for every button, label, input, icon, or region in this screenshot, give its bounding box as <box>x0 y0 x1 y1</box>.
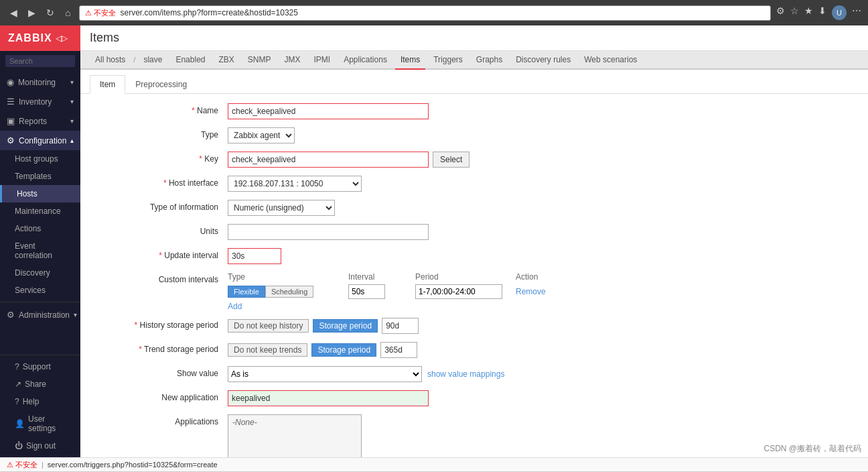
tab-enabled[interactable]: Enabled <box>170 51 210 70</box>
custom-intervals-label: Custom intervals <box>94 272 228 284</box>
history-period-input[interactable] <box>382 318 419 334</box>
tab-discovery-rules[interactable]: Discovery rules <box>510 51 576 70</box>
sidebar-sub-label: Hosts <box>17 189 38 198</box>
tab-all-hosts[interactable]: All hosts <box>90 51 131 70</box>
sidebar-item-user-settings[interactable]: 👤 User settings <box>0 410 80 437</box>
trend-row: Trend storage period Do not keep trends … <box>94 342 855 359</box>
sidebar-item-host-groups[interactable]: Host groups <box>0 150 80 168</box>
reload-button[interactable]: ↻ <box>43 6 58 19</box>
new-application-label: New application <box>94 390 228 402</box>
host-interface-select[interactable]: 192.168.207.131 : 10050 <box>228 176 362 192</box>
form-tab-item[interactable]: Item <box>90 75 125 94</box>
ci-interval-header: Interval <box>348 272 415 282</box>
new-application-input[interactable] <box>228 390 429 406</box>
ci-scheduling-btn[interactable]: Scheduling <box>265 286 313 298</box>
key-row: Key Select <box>94 152 855 169</box>
tab-separator: / <box>133 56 135 64</box>
tab-jmx[interactable]: JMX <box>279 51 306 70</box>
sidebar-sub-label: User settings <box>28 414 74 433</box>
select-button[interactable]: Select <box>433 152 469 168</box>
sidebar-sub-label: Event correlation <box>15 241 74 260</box>
trend-no-keep-btn[interactable]: Do not keep trends <box>228 343 307 357</box>
sidebar-item-services[interactable]: Services <box>0 282 80 299</box>
form-tab-preprocessing[interactable]: Preprocessing <box>125 75 197 93</box>
ci-flexible-btn[interactable]: Flexible <box>228 286 265 298</box>
key-input[interactable] <box>228 152 429 168</box>
status-security: ⚠ 不安全 <box>7 460 38 470</box>
sidebar-item-label: Configuration <box>19 136 66 145</box>
tab-zbx[interactable]: ZBX <box>213 51 239 70</box>
update-interval-row: Update interval <box>94 248 855 266</box>
sidebar-item-configuration[interactable]: ⚙ Configuration ▴ <box>0 131 80 150</box>
ci-remove-link[interactable]: Remove <box>516 287 546 296</box>
sidebar-item-support[interactable]: ? Support <box>0 358 80 375</box>
tab-slave[interactable]: slave <box>138 51 167 70</box>
sidebar-item-actions[interactable]: Actions <box>0 220 80 237</box>
update-interval-label: Update interval <box>94 248 228 260</box>
show-value-mappings-link[interactable]: show value mappings <box>427 369 504 379</box>
sidebar-item-event-correlation[interactable]: Event correlation <box>0 237 80 264</box>
sidebar-item-inventory[interactable]: ☰ Inventory ▾ <box>0 92 80 111</box>
address-bar[interactable]: ⚠ 不安全 server.com/items.php?form=create&h… <box>79 5 771 21</box>
sidebar-item-share[interactable]: ↗ Share <box>0 375 80 393</box>
extensions-icon[interactable]: ⚙ <box>776 5 785 20</box>
sidebar-item-reports[interactable]: ▣ Reports ▾ <box>0 111 80 131</box>
tab-triggers[interactable]: Triggers <box>428 51 468 70</box>
trend-storage-period-btn[interactable]: Storage period <box>311 343 376 357</box>
sidebar-item-sign-out[interactable]: ⏻ Sign out <box>0 437 80 455</box>
search-input[interactable] <box>5 55 75 67</box>
host-interface-label: Host interface <box>94 176 228 188</box>
sidebar-item-discovery[interactable]: Discovery <box>0 264 80 282</box>
sidebar-item-templates[interactable]: Templates <box>0 168 80 185</box>
sidebar-item-monitoring[interactable]: ◉ Monitoring ▾ <box>0 72 80 92</box>
intervals-table: Type Interval Period Action Flexible Sch… <box>228 272 569 311</box>
type-info-select[interactable]: Numeric (unsigned) <box>228 200 335 216</box>
tab-graphs[interactable]: Graphs <box>471 51 508 70</box>
show-value-select[interactable]: As is <box>228 366 422 382</box>
ci-type-header: Type <box>228 272 348 282</box>
download-icon[interactable]: ⬇ <box>818 5 826 20</box>
sidebar-item-label: Inventory <box>19 97 52 107</box>
ci-interval-input[interactable] <box>348 284 385 299</box>
trend-period-input[interactable] <box>380 342 417 358</box>
ci-add-link[interactable]: Add <box>228 302 569 311</box>
logo-text: ZABBIX <box>8 32 52 44</box>
browser-chrome: ◀ ▶ ↻ ⌂ ⚠ 不安全 server.com/items.php?form=… <box>0 0 868 25</box>
sidebar-item-maintenance[interactable]: Maintenance <box>0 202 80 220</box>
tab-snmp[interactable]: SNMP <box>242 51 277 70</box>
name-input[interactable] <box>228 103 429 119</box>
units-input[interactable] <box>228 224 429 240</box>
applications-list[interactable]: -None- <box>228 414 362 457</box>
history-storage-period-btn[interactable]: Storage period <box>313 319 378 333</box>
profile-avatar[interactable]: U <box>832 5 847 20</box>
home-button[interactable]: ⌂ <box>62 6 74 19</box>
trend-value: Do not keep trends Storage period <box>228 342 855 358</box>
ci-period-input[interactable] <box>415 284 502 299</box>
history-value: Do not keep history Storage period <box>228 318 855 334</box>
chevron-up-icon: ▴ <box>70 137 74 144</box>
sidebar-item-hosts[interactable]: Hosts <box>0 185 80 202</box>
sidebar-sub-label: Share <box>25 379 46 389</box>
intervals-row: Flexible Scheduling Remove <box>228 284 569 299</box>
bookmark-icon[interactable]: ★ <box>804 5 813 20</box>
menu-icon[interactable]: ⋯ <box>852 5 861 20</box>
forward-button[interactable]: ▶ <box>25 6 39 19</box>
type-select[interactable]: Zabbix agent <box>228 127 295 143</box>
logo-arrows: ◁▷ <box>56 34 68 43</box>
sidebar-item-label: Reports <box>19 117 47 126</box>
sidebar-sub-label: Sign out <box>26 441 56 451</box>
tab-items[interactable]: Items <box>395 51 425 70</box>
units-label: Units <box>94 224 228 236</box>
tab-ipmi[interactable]: IPMI <box>309 51 336 70</box>
chevron-down-icon: ▾ <box>74 311 77 318</box>
sidebar-item-help[interactable]: ? Help <box>0 393 80 410</box>
new-application-row: New application <box>94 390 855 408</box>
tab-web-scenarios[interactable]: Web scenarios <box>579 51 642 70</box>
update-interval-input[interactable] <box>228 248 281 264</box>
key-value: Select <box>228 152 855 168</box>
tab-applications[interactable]: Applications <box>338 51 392 70</box>
history-no-keep-btn[interactable]: Do not keep history <box>228 319 309 333</box>
star-icon[interactable]: ☆ <box>790 5 799 20</box>
sidebar-item-administration[interactable]: ⚙ Administration ▾ <box>0 305 80 324</box>
back-button[interactable]: ◀ <box>7 6 21 19</box>
